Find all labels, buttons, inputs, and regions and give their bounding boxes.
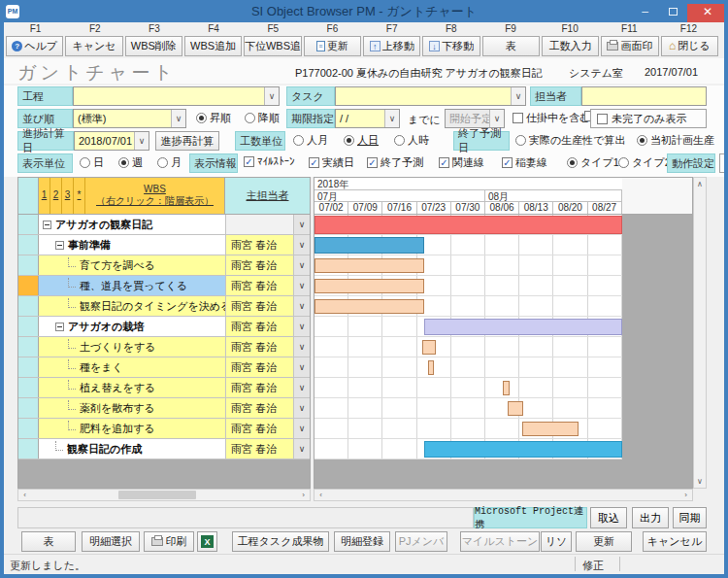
toolbar-button-f3[interactable]: WBS削除 [125,36,182,56]
toolbar-button-f2[interactable]: キャンセ [65,36,122,56]
bottom-button-印刷[interactable]: 印刷 [144,531,194,552]
gantt-bar[interactable] [314,258,424,273]
bottom-button-表[interactable]: 表 [21,531,76,552]
gantt-hscrollbar[interactable]: ‹ › [314,489,693,501]
sort-desc-radio[interactable]: 降順 [245,111,280,125]
row-combo-button[interactable]: ∨ [294,296,310,316]
task-combo[interactable]: ∨ [335,86,526,106]
person-header[interactable]: 主担当者 [225,178,310,214]
display-month-radio[interactable]: 月 [157,155,182,170]
start-plan-combo[interactable]: 開始予定∨ [445,109,505,128]
table-row[interactable]: 種、道具を買ってくる雨宮 春治∨ [18,276,310,296]
milestone-checkbox[interactable]: ✓ﾏｲﾙｽﾄｰﾝ [244,155,295,167]
table-row[interactable]: アサガオの栽培雨宮 春治∨ [18,317,310,337]
toolbar-button-f12[interactable]: ⌂閉じる [661,36,718,56]
unit-month-radio[interactable]: 人月 [293,133,328,148]
row-combo-button[interactable]: ∨ [294,276,310,295]
wbs-cell[interactable]: 薬剤を散布する [39,398,226,418]
table-row[interactable]: 育て方を調べる雨宮 春治∨ [18,255,310,276]
row-gutter-cell[interactable] [18,215,39,234]
actual-date-checkbox[interactable]: ✓実績日 [309,155,354,170]
process-combo[interactable]: ∨ [73,86,280,106]
sort-asc-radio[interactable]: 昇順 [196,111,231,125]
sort-combo[interactable]: (標準)∨ [73,109,186,128]
row-combo-button[interactable]: ∨ [294,255,310,275]
bottom-button-PJメンバ[interactable]: PJメンバ [395,531,447,552]
toolbar-button-f6[interactable]: ≡更新 [304,36,361,56]
vertical-scrollbar[interactable]: ∧ ∨ [693,177,707,489]
scroll-right-icon[interactable]: › [297,491,310,499]
gantt-bar[interactable] [314,299,424,314]
table-row[interactable]: 植え替えをする雨宮 春治∨ [18,378,310,398]
toolbar-button-f8[interactable]: ↓下移動 [422,36,480,56]
level-link-3[interactable]: 3 [62,178,74,214]
row-combo-button[interactable]: ∨ [294,357,310,377]
wbs-cell[interactable]: 種、道具を買ってくる [39,276,226,295]
lightning-line-checkbox[interactable]: ✓稲妻線 [502,155,547,170]
bottom-button-キャンセル[interactable]: キャンセル [643,531,707,552]
row-combo-button[interactable]: ∨ [294,378,310,397]
gantt-bar[interactable] [422,340,436,355]
row-combo-button[interactable]: ∨ [294,317,310,336]
wbs-cell[interactable]: 種をまく [39,357,226,377]
table-row[interactable]: 事前準備雨宮 春治∨ [18,235,310,255]
maximize-button[interactable] [659,0,687,22]
gantt-bar[interactable] [314,216,622,234]
include-wip-checkbox[interactable]: 仕掛中を含む [513,111,591,125]
collapse-expander-icon[interactable] [55,241,64,250]
bottom-button-リソ[interactable]: リソ [541,531,572,552]
row-gutter-cell[interactable] [18,235,39,255]
scroll-right-icon[interactable]: › [679,491,692,499]
excel-export-button[interactable]: X [197,531,217,552]
toolbar-button-f11[interactable]: 画面印 [601,36,658,56]
row-combo-button[interactable]: ∨ [294,235,310,255]
display-week-radio[interactable]: 週 [118,155,143,170]
sync-button[interactable]: 同期 [673,507,707,528]
forecast-actual-radio[interactable]: 実際の生産性で算出 [515,133,626,148]
row-gutter-cell[interactable] [18,439,39,459]
collapse-expander-icon[interactable] [55,323,64,331]
gantt-bar[interactable] [424,441,622,458]
import-button[interactable]: 取込 [590,507,627,528]
scroll-up-icon[interactable]: ∧ [697,180,703,188]
person-cell[interactable]: 雨宮 春治 [226,378,294,397]
display-day-radio[interactable]: 日 [80,155,104,170]
bottom-button-明細選択[interactable]: 明細選択 [82,531,140,552]
scroll-down-icon[interactable]: ∨ [697,477,703,486]
table-row[interactable]: 観察日記のタイミングを決める雨宮 春治∨ [18,296,310,317]
assignee-input[interactable] [581,86,707,106]
level-link-2[interactable]: 2 [50,178,62,214]
collapse-expander-icon[interactable] [43,221,51,229]
export-button[interactable]: 出力 [632,507,669,528]
wbs-cell[interactable]: 植え替えをする [39,378,226,397]
scroll-left-icon[interactable]: ‹ [18,491,31,499]
row-gutter-cell[interactable] [18,296,39,316]
wbs-cell[interactable]: アサガオの栽培 [39,317,226,336]
person-cell[interactable]: 雨宮 春治 [226,357,294,377]
relation-line-checkbox[interactable]: ✓関連線 [439,155,484,170]
row-combo-button[interactable]: ∨ [294,337,310,357]
row-gutter-cell[interactable] [18,378,39,397]
row-combo-button[interactable]: ∨ [294,439,310,459]
toolbar-button-f4[interactable]: WBS追加 [184,36,242,56]
gantt-bar[interactable] [424,319,622,335]
gantt-bar[interactable] [503,381,510,395]
gantt-bar[interactable] [508,401,523,416]
person-cell[interactable]: 雨宮 春治 [226,337,294,357]
wbs-cell[interactable]: 土づくりをする [39,337,226,357]
person-cell[interactable]: 雨宮 春治 [226,317,294,336]
row-combo-button[interactable]: ∨ [294,419,310,438]
person-cell[interactable]: 雨宮 春治 [226,276,294,295]
type1-radio[interactable]: タイプ1 [567,155,619,170]
recalc-button[interactable]: 進捗再計算 [155,131,219,151]
table-row[interactable]: 薬剤を散布する雨宮 春治∨ [18,398,310,419]
wbs-cell[interactable]: 肥料を追加する [39,419,226,438]
bottom-button-更新[interactable]: 更新 [576,531,632,552]
gantt-bar[interactable] [314,279,424,293]
person-cell[interactable]: 雨宮 春治 [226,296,294,316]
person-cell[interactable] [226,215,294,234]
person-cell[interactable]: 雨宮 春治 [226,439,294,459]
row-gutter-cell[interactable] [18,398,39,418]
table-row[interactable]: 肥料を追加する雨宮 春治∨ [18,419,310,439]
table-row[interactable]: 土づくりをする雨宮 春治∨ [18,337,310,357]
